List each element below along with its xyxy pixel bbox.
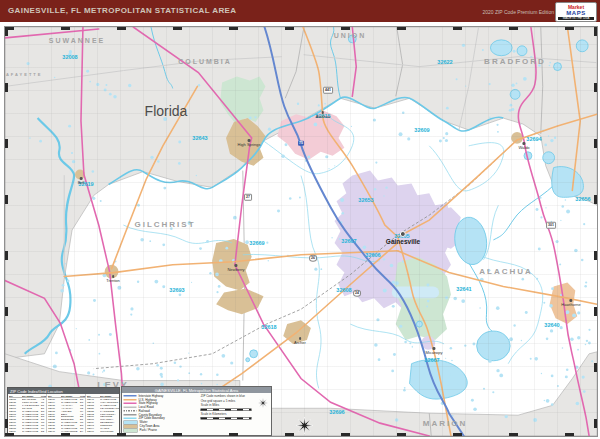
road-shield-441: 441 (323, 87, 333, 94)
cell-grid: E3 (119, 415, 120, 418)
city-name: Gainesville (386, 238, 420, 245)
cell-grid: E4 (119, 412, 120, 415)
zip-label-32606: 32606 (365, 252, 380, 258)
legend-items: Interstate HighwayU.S. HighwayState High… (122, 393, 199, 432)
county-label-suwannee: SUWANNEE (49, 37, 105, 44)
road-shield-27: 27 (244, 194, 252, 201)
zip-label-32008: 32008 (62, 54, 77, 60)
county-label-lafayette: LAFAYETTE (4, 72, 42, 77)
road-shield-24: 24 (353, 290, 361, 297)
legend-swatch (124, 399, 137, 401)
city-marker-bell: Bell (78, 177, 85, 185)
zip-label-32618: 32618 (261, 324, 276, 330)
cell-name: WILLISTON (100, 430, 119, 433)
compass-star (258, 398, 268, 408)
cell-grid: E4 (80, 430, 85, 433)
zip-label-32653: 32653 (358, 197, 373, 203)
cell-grid: C2 (119, 409, 120, 412)
road-shield-75: 75 (298, 141, 304, 146)
city-marker-newberry: Newberry (227, 264, 244, 272)
zip-label-32696: 32696 (329, 409, 344, 415)
city-name: Hawthorne (561, 302, 580, 307)
cell-grid: E2 (119, 407, 120, 410)
city-name: Bell (78, 180, 85, 185)
city-marker-alachua: Alachua (316, 111, 330, 119)
zip-index-group: ZIPZIP NameGrid32610GAINESVILLED332614GA… (47, 394, 86, 432)
zip-label-32607: 32607 (341, 238, 356, 244)
frame-ruler-bottom (5, 433, 597, 436)
frame-ruler-left (5, 27, 8, 436)
scale-bar-km (201, 417, 252, 420)
zip-index-columns: ZIPZIP NameGrid32008BRANFORDA232038FORT … (8, 394, 119, 432)
city-name: High Springs (238, 142, 261, 147)
map-title: GAINESVILLE, FL METROPOLITAN STATISTICAL… (8, 6, 237, 15)
title-bar: GAINESVILLE, FL METROPOLITAN STATISTICAL… (0, 0, 600, 22)
cell-grid: D4 (119, 418, 120, 421)
zip-label-32640: 32640 (544, 322, 559, 328)
legend-swatch (124, 428, 138, 432)
legend-swatch (124, 414, 137, 416)
zip-label-32609: 32609 (414, 127, 429, 133)
legend-item-label: Park / Prairie (140, 428, 157, 432)
cell-grid: B3 (119, 421, 120, 424)
city-marker-archer: Archer (294, 337, 306, 345)
county-label-bradford: BRADFORD (484, 57, 546, 66)
zip-label-32656: 32656 (575, 196, 590, 202)
zip-label-32667: 32667 (424, 357, 439, 363)
city-name: Archer (294, 340, 306, 345)
legend-compass-icon (258, 394, 268, 412)
city-name: Alachua (316, 114, 330, 119)
cell-grid: B2 (119, 401, 120, 404)
cell-grid: D3 (119, 398, 120, 401)
legend-swatch (124, 395, 137, 397)
legend-body: Interstate HighwayU.S. HighwayState High… (122, 393, 271, 432)
city-marker-trenton: Trenton (106, 275, 120, 283)
cell-name: HAWTHORNE (61, 430, 80, 433)
cell-grid: C5 (119, 430, 120, 433)
city-marker-high-springs: High Springs (238, 139, 261, 147)
cell-zip: 32609 (9, 430, 22, 433)
zip-index-group: ZIPZIP NameGrid32641GAINESVILLED332643HI… (86, 394, 120, 432)
map-labels-layer: SUWANNEELAFAYETTECOLUMBIAUNIONBRADFORDGI… (5, 27, 597, 436)
city-marker-micanopy: Micanopy (425, 347, 442, 355)
cell-zip: 32696 (87, 430, 100, 433)
table-row: 32609GAINESVILLED2 (9, 430, 46, 433)
county-label-alachua: ALACHUA (479, 267, 533, 276)
city-name: Waldo (518, 145, 529, 150)
zip-label-32693: 32693 (169, 287, 184, 293)
compass-star (296, 417, 313, 434)
zip-label-32643: 32643 (192, 135, 207, 141)
legend-swatch (124, 410, 137, 412)
city-name: Trenton (106, 278, 120, 283)
zip-label-32608: 32608 (336, 287, 351, 293)
logo-tagline: MADE IN THE USA (558, 17, 594, 20)
col-grid: Grid (119, 395, 120, 398)
zip-label-32669: 32669 (249, 240, 264, 246)
county-label-gilchrist: GILCHRIST (134, 220, 195, 229)
legend-swatch (124, 406, 137, 408)
city-marker-waldo: Waldo (518, 142, 529, 150)
cell-grid: D2 (119, 427, 120, 430)
cell-name: GAINESVILLE (22, 430, 41, 433)
city-name: Newberry (227, 267, 244, 272)
zip-label-32641: 32641 (456, 286, 471, 292)
zip-label-32622: 32622 (437, 59, 452, 65)
road-shield-26: 26 (309, 255, 317, 262)
legend-swatch (124, 418, 137, 420)
cell-zip: 32640 (48, 430, 61, 433)
legend-swatch (124, 403, 137, 405)
table-row: 32696WILLISTONC5 (87, 430, 120, 433)
city-dot (400, 231, 406, 237)
state-label: Florida (145, 103, 188, 119)
county-label-columbia: COLUMBIA (178, 58, 232, 65)
legend-note: Scale in Kilometers (201, 412, 270, 417)
table-row: 32640HAWTHORNEE4 (48, 430, 85, 433)
frame-ruler-top (5, 27, 597, 30)
zip-index-group: ZIPZIP NameGrid32008BRANFORDA232038FORT … (8, 394, 47, 432)
cell-grid: D2 (119, 404, 120, 407)
map-canvas: SUWANNEELAFAYETTECOLUMBIAUNIONBRADFORDGI… (4, 26, 598, 437)
cell-grid: A4 (119, 424, 120, 427)
frame-ruler-right (594, 27, 597, 436)
county-label-union: UNION (334, 32, 367, 39)
map-legend: GAINESVILLE, FL Metropolitan Statistical… (121, 386, 272, 436)
